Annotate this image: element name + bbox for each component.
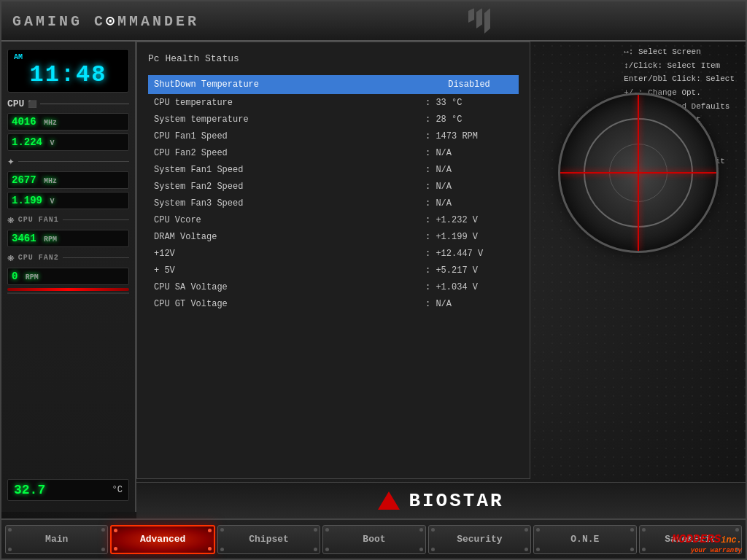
- row-value: Disabled: [425, 78, 513, 91]
- health-table: ShutDown TemperatureDisabledCPU temperat…: [148, 75, 519, 312]
- row-value: : +1.232 V: [425, 215, 513, 225]
- nav-tab-chipset[interactable]: Chipset: [217, 525, 320, 554]
- temp-display: 32.7 °C: [7, 479, 129, 501]
- row-value: : +1.034 V: [425, 282, 513, 292]
- mem-volt-box: 1.199 V: [7, 192, 129, 209]
- cpufan1-value: 3461 RPM: [12, 233, 125, 244]
- deco-bar-1: [468, 8, 474, 23]
- health-row[interactable]: System Fan3 Speed: N/A: [148, 195, 519, 211]
- am-label: AM: [14, 53, 123, 61]
- health-row[interactable]: +12V: +12.447 V: [148, 246, 519, 262]
- crosshair-container: [558, 93, 719, 253]
- cpu-freq-box: 4016 MHz: [7, 113, 129, 131]
- nav-tab-label: Main: [45, 534, 68, 545]
- biostar-bar: BIOSTAR: [136, 482, 746, 518]
- nav-tab-advanced[interactable]: Advanced: [110, 525, 214, 554]
- row-label: CPU temperature: [154, 98, 425, 108]
- cpufan2-value: 0 RPM: [12, 271, 125, 282]
- gray-bar: [7, 292, 129, 294]
- crosshair-v: [638, 95, 639, 251]
- nav-tab-o.n.e[interactable]: O.N.E: [533, 525, 636, 554]
- cpu-stats-row: 4016 MHz: [7, 113, 129, 131]
- time-display: AM 11:48: [7, 49, 129, 93]
- mem-volt-value: 1.199 V: [12, 195, 125, 206]
- cpufan2-icon: ❋: [7, 250, 15, 265]
- nav-tab-label: Security: [457, 534, 502, 545]
- nav-tab-main[interactable]: Main: [5, 525, 108, 554]
- crosshair-outer: [558, 93, 719, 253]
- modders-logo: MODDERSinc. your warranty: [672, 533, 742, 555]
- row-label: CPU Vcore: [154, 215, 425, 225]
- row-value: : N/A: [425, 148, 513, 158]
- row-value: : +12.447 V: [425, 249, 513, 259]
- row-label: CPU Fan2 Speed: [154, 148, 425, 158]
- fan-divider: ✦: [7, 154, 129, 168]
- cpufan1-divider: ❋ CPU FAN1: [7, 212, 129, 227]
- biostar-name: BIOSTAR: [409, 490, 503, 512]
- health-row[interactable]: CPU GT Voltage: N/A: [148, 296, 519, 312]
- row-label: +12V: [154, 249, 425, 259]
- row-value: : +1.199 V: [425, 232, 513, 242]
- nav-tab-boot[interactable]: Boot: [322, 525, 425, 554]
- row-label: CPU GT Voltage: [154, 299, 425, 309]
- cpu-volt-value: 1.224 V: [12, 136, 125, 148]
- temp-unit: °C: [112, 485, 123, 495]
- row-value: : 1473 RPM: [425, 131, 513, 141]
- row-value: : 28 °C: [425, 114, 513, 125]
- mem-volt-row: 1.199 V: [7, 192, 129, 209]
- mem-stats-row: 2677 MHz: [7, 171, 129, 189]
- cpufan1-row: 3461 RPM: [7, 230, 129, 247]
- health-row[interactable]: System temperature: 28 °C: [148, 112, 519, 128]
- time-value: 11:48: [14, 61, 123, 88]
- health-row[interactable]: CPU Fan2 Speed: N/A: [148, 145, 519, 161]
- health-row[interactable]: DRAM Voltage: +1.199 V: [148, 229, 519, 245]
- left-panel: AM 11:48 CPU ⬛ 4016 MHz 1.224 V: [1, 42, 136, 512]
- row-label: System Fan3 Speed: [154, 198, 425, 209]
- health-row[interactable]: System Fan2 Speed: N/A: [148, 179, 519, 195]
- cpu-freq-value: 4016 MHz: [12, 116, 125, 128]
- biostar-triangle-icon: [378, 491, 400, 510]
- nav-tab-label: Advanced: [140, 534, 185, 545]
- cpufan2-label: CPU FAN2: [18, 254, 59, 262]
- modders-line1: MODDERSinc.: [672, 533, 742, 547]
- cpufan1-box: 3461 RPM: [7, 230, 129, 247]
- row-label: System Fan1 Speed: [154, 165, 425, 175]
- red-bar-indicator: [7, 288, 129, 291]
- health-row[interactable]: System Fan1 Speed: N/A: [148, 162, 519, 178]
- cpufan1-label: CPU FAN1: [18, 216, 59, 224]
- row-label: CPU SA Voltage: [154, 282, 425, 292]
- main-container: GAMING C⊙MMANDER ↔: Select Screen ↕/Clic…: [0, 0, 747, 560]
- nav-tab-security[interactable]: Security: [428, 525, 531, 554]
- row-value: : N/A: [425, 198, 513, 209]
- row-label: System Fan2 Speed: [154, 182, 425, 192]
- row-value: : +5.217 V: [425, 265, 513, 276]
- deco-bar-3: [484, 8, 490, 34]
- cpu-volt-row: 1.224 V: [7, 133, 129, 151]
- health-row[interactable]: CPU Fan1 Speed: 1473 RPM: [148, 128, 519, 144]
- cpufan1-icon: ❋: [7, 212, 15, 227]
- nav-tab-label: O.N.E: [570, 534, 599, 545]
- right-panel: ShutDown Temperature: [530, 42, 746, 512]
- cpu-section-label: CPU ⬛: [7, 98, 129, 109]
- health-row[interactable]: ShutDown TemperatureDisabled: [148, 75, 519, 94]
- health-row[interactable]: CPU SA Voltage: +1.034 V: [148, 279, 519, 295]
- center-panel: Pc Health Status ShutDown TemperatureDis…: [136, 42, 530, 479]
- bottom-nav: MainAdvancedChipsetBootSecurityO.N.ESave…: [1, 518, 746, 559]
- row-label: CPU Fan1 Speed: [154, 131, 425, 141]
- header: GAMING C⊙MMANDER: [1, 1, 746, 42]
- health-row[interactable]: CPU Vcore: +1.232 V: [148, 212, 519, 228]
- nav-tab-label: Chipset: [249, 534, 289, 545]
- fan-icon: ✦: [7, 154, 15, 168]
- health-row[interactable]: CPU temperature: 33 °C: [148, 95, 519, 111]
- row-label: DRAM Voltage: [154, 232, 425, 242]
- cpu-volt-box: 1.224 V: [7, 133, 129, 151]
- cpufan2-row: 0 RPM: [7, 268, 129, 285]
- deco-bar-2: [476, 8, 482, 28]
- row-value: : N/A: [425, 299, 513, 309]
- row-value: : N/A: [425, 165, 513, 175]
- modders-line3: your warranty: [672, 547, 742, 555]
- cpufan2-divider: ❋ CPU FAN2: [7, 250, 129, 265]
- health-row[interactable]: + 5V: +5.217 V: [148, 262, 519, 279]
- mem-freq-box: 2677 MHz: [7, 171, 129, 189]
- row-value: : 33 °C: [425, 98, 513, 108]
